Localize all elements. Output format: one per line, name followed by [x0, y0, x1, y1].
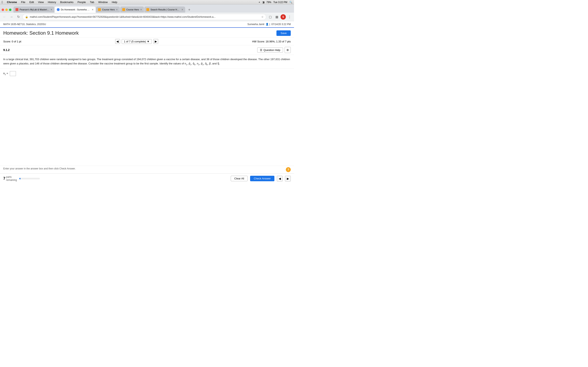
user-datetime: Sumeeha Jamil 👤 | 07/14/20 3:22 PM: [247, 23, 291, 26]
bottom-prev-button[interactable]: ◀: [277, 176, 283, 182]
address-bar[interactable]: 🔒 mathxl.com/Student/PlayerHomework.aspx…: [22, 14, 266, 20]
menu-file[interactable]: File: [20, 1, 26, 4]
content-banner: MATH 1635-NET10, Statistics, 2020SU Sume…: [0, 21, 294, 28]
hw-score-value: 18.96%, 1.33 of 7 pts: [266, 40, 291, 43]
browser-window: Pearson's MyLab & Mastering ... × Do Hom…: [0, 4, 294, 184]
parts-label: parts remaining: [6, 175, 17, 182]
menu-tab[interactable]: Tab: [89, 1, 95, 4]
tab-favicon-searchresults: [146, 8, 149, 11]
question-indicator[interactable]: 1 of 7 (5 complete) ▼: [122, 39, 152, 44]
tab-favicon-pearson: [16, 8, 18, 11]
profile-avatar[interactable]: S: [281, 14, 286, 20]
prev-question-button[interactable]: ◀: [115, 39, 120, 44]
forward-button[interactable]: →: [9, 14, 14, 20]
bookmark-icon[interactable]: ☆: [261, 16, 264, 18]
menu-history[interactable]: History: [47, 1, 57, 4]
parts-count: 7: [3, 176, 5, 181]
new-tab-button[interactable]: +: [186, 7, 192, 13]
url-text: mathxl.com/Student/PlayerHomework.aspx?h…: [30, 16, 260, 18]
tabs-container: Pearson's MyLab & Mastering ... × Do Hom…: [13, 7, 292, 13]
tab-close-pearson[interactable]: ×: [51, 8, 52, 11]
content-spacer: [0, 78, 294, 166]
check-answer-button[interactable]: Check Answer: [250, 176, 274, 181]
tab-favicon-coursehero1: [98, 8, 101, 11]
menu-view[interactable]: View: [37, 1, 44, 4]
dropdown-icon: ▼: [147, 40, 149, 43]
parts-label-line2: remaining: [6, 179, 17, 182]
lock-icon: 🔒: [25, 16, 28, 18]
tab-label-pearson: Pearson's MyLab & Mastering ...: [20, 8, 49, 11]
hint-icon-inline[interactable]: ?: [286, 167, 291, 172]
tab-favicon-coursehero2: [122, 8, 125, 11]
answer-row: n1 =: [0, 69, 294, 78]
bottom-bar: 7 parts remaining Clear All Check Answer…: [0, 173, 294, 184]
course-name: MATH 1635-NET10, Statistics, 2020SU: [3, 23, 46, 26]
instructions-bar: Enter your answer in the answer box and …: [0, 166, 294, 173]
battery-status: 79%: [267, 1, 271, 4]
next-question-button[interactable]: ▶: [153, 39, 158, 44]
window-controls: [2, 8, 11, 13]
gear-icon: ⚙: [286, 49, 289, 52]
tab-label-coursehero1: Course Hero: [102, 8, 115, 11]
tab-close-coursehero1[interactable]: ×: [116, 8, 118, 11]
menu-chrome[interactable]: Chrome: [6, 1, 18, 4]
question-indicator-text: 1 of 7 (5 complete): [124, 40, 146, 43]
nav-right-icons: ▢ ▩ S ⋮: [268, 14, 292, 20]
menu-edit[interactable]: Edit: [29, 1, 35, 4]
bottom-next-button[interactable]: ▶: [285, 176, 291, 182]
apple-menu[interactable]: : [2, 0, 3, 4]
answer-input[interactable]: [10, 71, 16, 76]
instructions-text: Enter your answer in the answer box and …: [3, 167, 76, 170]
tab-bar: Pearson's MyLab & Mastering ... × Do Hom…: [0, 4, 294, 13]
search-icon[interactable]: 🔍: [289, 1, 292, 4]
minimize-button[interactable]: [5, 8, 8, 11]
question-help-row: ☰ Question Help ⚙: [257, 47, 291, 53]
progress-bar-fill: [19, 178, 20, 179]
menu-bookmarks[interactable]: Bookmarks: [60, 1, 74, 4]
tab-close-searchresults[interactable]: ×: [182, 8, 183, 11]
tab-favicon-homework: [57, 8, 60, 11]
score-row: Score: 0 of 1 pt ◀ 1 of 7 (5 complete) ▼…: [0, 38, 294, 45]
score-display: Score: 0 of 1 pt: [3, 40, 21, 43]
score-label: Score:: [3, 40, 11, 43]
clock: Tue 3:22 PM: [273, 1, 287, 4]
menu-window[interactable]: Window: [97, 1, 108, 4]
answer-label: n1 =: [3, 72, 8, 75]
tab-coursehero1[interactable]: Course Hero ×: [96, 7, 120, 13]
question-body: In a large clinical trial, 391,703 child…: [0, 55, 294, 69]
tab-searchresults[interactable]: Search Results | Course Hero ×: [144, 7, 185, 13]
back-button[interactable]: ←: [2, 14, 7, 20]
close-button[interactable]: [2, 8, 4, 11]
homework-header: Homework: Section 9.1 Homework Save: [0, 28, 294, 38]
hw-score-label: HW Score:: [252, 40, 265, 43]
help-list-icon: ☰: [260, 49, 262, 52]
navigation-bar: ← → ↻ 🔒 mathxl.com/Student/PlayerHomewor…: [0, 13, 294, 21]
menu-icon[interactable]: ⋮: [287, 14, 292, 20]
menu-people[interactable]: People: [77, 1, 86, 4]
tab-label-homework: Do Homework - Sumeeha Jam...: [61, 8, 91, 11]
menubar:  Chrome File Edit View History Bookmark…: [0, 0, 294, 4]
question-help-label: Question Help: [264, 49, 280, 52]
tab-close-homework[interactable]: ×: [92, 8, 94, 11]
tab-homework[interactable]: Do Homework - Sumeeha Jam... ×: [55, 7, 95, 13]
menubar-right: ⌖ ◨ 79% Tue 3:22 PM 🔍: [259, 1, 292, 4]
tab-coursehero2[interactable]: Course Hero ×: [120, 7, 144, 13]
tab-pearson[interactable]: Pearson's MyLab & Mastering ... ×: [13, 7, 54, 13]
tab-close-coursehero2[interactable]: ×: [140, 8, 142, 11]
question-help-button[interactable]: ☰ Question Help: [257, 48, 283, 53]
save-button[interactable]: Save: [277, 30, 291, 36]
maximize-button[interactable]: [9, 8, 11, 11]
reload-button[interactable]: ↻: [16, 14, 21, 20]
extensions-icon[interactable]: ▢: [268, 14, 273, 20]
question-number: 9.1.2: [3, 48, 9, 52]
menu-help[interactable]: Help: [111, 1, 118, 4]
wifi-icon: ◨: [262, 1, 264, 4]
datetime: 07/14/20 3:22 PM: [271, 23, 291, 26]
question-section-header: 9.1.2 ☰ Question Help ⚙: [0, 45, 294, 55]
username: Sumeeha Jamil: [247, 23, 264, 26]
tab-label-searchresults: Search Results | Course Hero: [150, 8, 180, 11]
puzzle-icon[interactable]: ▩: [274, 14, 280, 20]
parts-remaining-display: 7 parts remaining: [3, 175, 17, 182]
settings-button[interactable]: ⚙: [285, 47, 291, 53]
clear-all-button[interactable]: Clear All: [231, 176, 247, 181]
